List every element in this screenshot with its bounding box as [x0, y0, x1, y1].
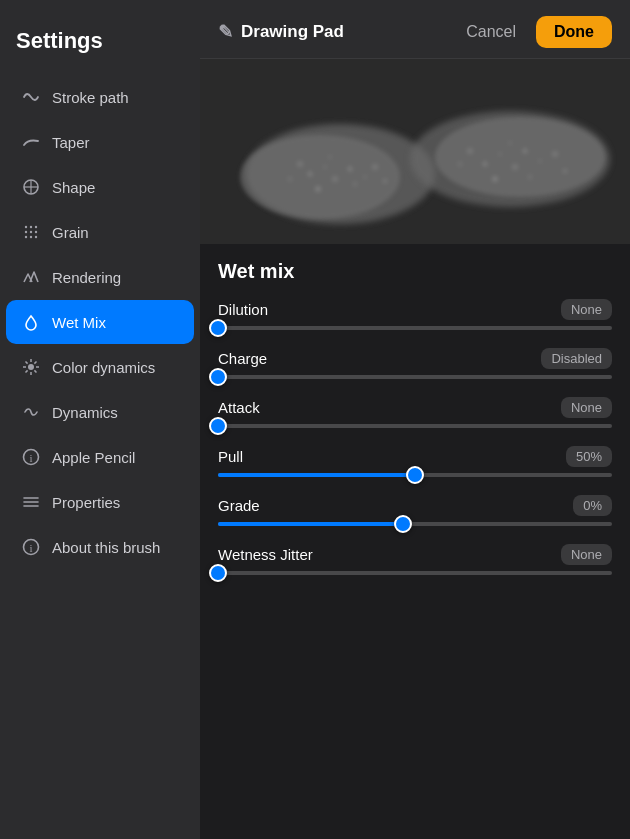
- pencil-icon: ✎: [218, 21, 233, 43]
- slider-row-attack: AttackNone: [218, 397, 612, 428]
- slider-row-charge: ChargeDisabled: [218, 348, 612, 379]
- svg-point-6: [25, 231, 27, 233]
- svg-point-29: [240, 135, 400, 219]
- done-button[interactable]: Done: [536, 16, 612, 48]
- cancel-button[interactable]: Cancel: [456, 17, 526, 47]
- svg-point-4: [30, 226, 32, 228]
- svg-point-47: [498, 152, 502, 156]
- slider-label-wetness-jitter: Wetness Jitter: [218, 546, 313, 563]
- svg-point-53: [458, 162, 463, 167]
- svg-point-5: [35, 226, 37, 228]
- svg-point-8: [35, 231, 37, 233]
- slider-thumb-wetness-jitter[interactable]: [209, 564, 227, 582]
- svg-point-9: [25, 236, 27, 238]
- svg-point-11: [35, 236, 37, 238]
- sidebar-item-label-wet-mix: Wet Mix: [52, 314, 106, 331]
- sidebar-item-label-apple-pencil: Apple Pencil: [52, 449, 135, 466]
- sidebar-item-wet-mix[interactable]: Wet Mix: [6, 300, 194, 344]
- svg-point-54: [528, 175, 532, 179]
- wet-mix-icon: [20, 311, 42, 333]
- slider-label-attack: Attack: [218, 399, 260, 416]
- svg-line-18: [34, 370, 36, 372]
- svg-point-38: [363, 175, 367, 179]
- apple-pencil-icon: i: [20, 446, 42, 468]
- sidebar-item-label-properties: Properties: [52, 494, 120, 511]
- sidebar-item-stroke-path[interactable]: Stroke path: [6, 75, 194, 119]
- slider-thumb-attack[interactable]: [209, 417, 227, 435]
- rendering-icon: [20, 266, 42, 288]
- slider-label-grade: Grade: [218, 497, 260, 514]
- sidebar-item-label-grain: Grain: [52, 224, 89, 241]
- sidebar-item-taper[interactable]: Taper: [6, 120, 194, 164]
- slider-thumb-charge[interactable]: [209, 368, 227, 386]
- sidebar-item-label-shape: Shape: [52, 179, 95, 196]
- section-title: Wet mix: [218, 260, 612, 283]
- slider-badge-wetness-jitter: None: [561, 544, 612, 565]
- sidebar-item-grain[interactable]: Grain: [6, 210, 194, 254]
- svg-point-34: [308, 172, 313, 177]
- slider-track-dilution[interactable]: [218, 326, 612, 330]
- sidebar-item-properties[interactable]: Properties: [6, 480, 194, 524]
- slider-header-attack: AttackNone: [218, 397, 612, 418]
- svg-point-7: [30, 231, 32, 233]
- svg-point-55: [492, 176, 498, 182]
- header-actions: Cancel Done: [456, 16, 612, 48]
- svg-line-17: [26, 362, 28, 364]
- shape-icon: [20, 176, 42, 198]
- svg-point-39: [372, 164, 378, 170]
- brush-preview: [200, 59, 630, 244]
- svg-point-50: [538, 159, 542, 163]
- sidebar-item-about-brush[interactable]: iAbout this brush: [6, 525, 194, 569]
- svg-text:i: i: [29, 452, 32, 464]
- svg-point-40: [383, 179, 387, 183]
- main-panel: ✎ Drawing Pad Cancel Done: [200, 0, 630, 839]
- slider-fill-pull: [218, 473, 415, 477]
- slider-track-wetness-jitter[interactable]: [218, 571, 612, 575]
- sidebar-item-dynamics[interactable]: Dynamics: [6, 390, 194, 434]
- slider-label-dilution: Dilution: [218, 301, 268, 318]
- slider-row-wetness-jitter: Wetness JitterNone: [218, 544, 612, 575]
- svg-point-32: [435, 117, 605, 197]
- sidebar-item-label-taper: Taper: [52, 134, 90, 151]
- slider-badge-attack: None: [561, 397, 612, 418]
- stroke-path-icon: [20, 86, 42, 108]
- sidebar-item-label-rendering: Rendering: [52, 269, 121, 286]
- svg-line-19: [34, 362, 36, 364]
- svg-line-20: [26, 370, 28, 372]
- slider-thumb-pull[interactable]: [406, 466, 424, 484]
- sidebar-item-apple-pencil[interactable]: iApple Pencil: [6, 435, 194, 479]
- slider-track-grade[interactable]: [218, 522, 612, 526]
- drawing-pad-title: Drawing Pad: [241, 22, 344, 42]
- sidebar-item-rendering[interactable]: Rendering: [6, 255, 194, 299]
- svg-point-41: [288, 177, 293, 182]
- sidebar-item-color-dynamics[interactable]: Color dynamics: [6, 345, 194, 389]
- slider-label-pull: Pull: [218, 448, 243, 465]
- svg-point-35: [323, 165, 327, 169]
- svg-point-49: [523, 149, 528, 154]
- sidebar-item-shape[interactable]: Shape: [6, 165, 194, 209]
- slider-thumb-grade[interactable]: [394, 515, 412, 533]
- svg-point-43: [315, 186, 321, 192]
- svg-point-51: [552, 151, 558, 157]
- sidebar-item-label-stroke-path: Stroke path: [52, 89, 129, 106]
- svg-point-3: [25, 226, 27, 228]
- svg-point-45: [467, 148, 473, 154]
- slider-row-dilution: DilutionNone: [218, 299, 612, 330]
- slider-track-pull[interactable]: [218, 473, 612, 477]
- svg-point-36: [332, 176, 338, 182]
- svg-point-42: [353, 182, 357, 186]
- slider-fill-grade: [218, 522, 403, 526]
- slider-badge-pull: 50%: [566, 446, 612, 467]
- slider-track-attack[interactable]: [218, 424, 612, 428]
- app-title: Settings: [0, 0, 200, 74]
- slider-track-charge[interactable]: [218, 375, 612, 379]
- header-title-group: ✎ Drawing Pad: [218, 21, 344, 43]
- slider-header-grade: Grade0%: [218, 495, 612, 516]
- svg-point-37: [348, 167, 353, 172]
- slider-thumb-dilution[interactable]: [209, 319, 227, 337]
- brush-canvas-svg: [200, 59, 630, 244]
- content-area: Wet mix DilutionNoneChargeDisabledAttack…: [200, 244, 630, 839]
- svg-text:i: i: [29, 542, 32, 554]
- slider-header-charge: ChargeDisabled: [218, 348, 612, 369]
- slider-header-pull: Pull50%: [218, 446, 612, 467]
